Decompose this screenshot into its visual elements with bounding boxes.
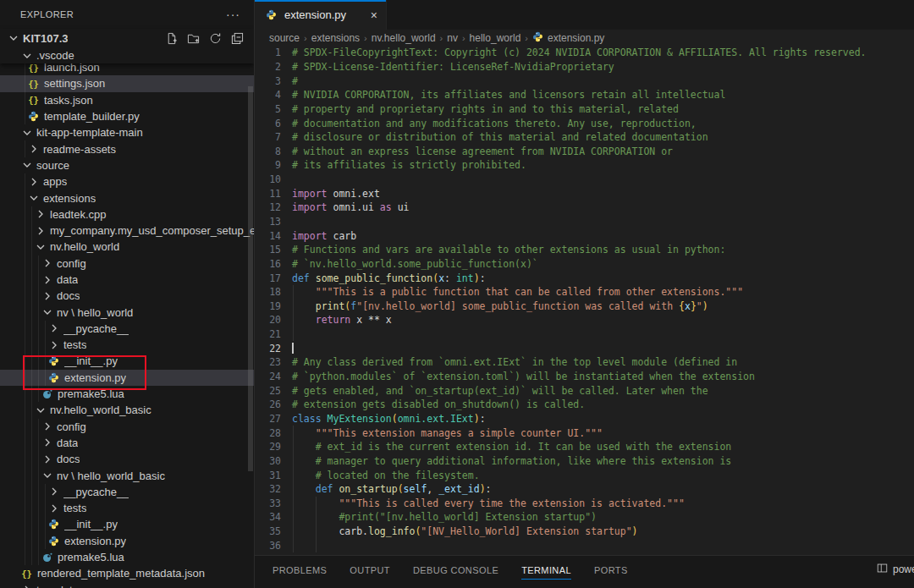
tree-item-nv-hello-world[interactable]: nv \ hello_world [0, 304, 254, 320]
breadcrumb-item[interactable]: extensions [309, 32, 362, 44]
tree-item-docs[interactable]: docs [0, 288, 254, 304]
code-line[interactable]: 18 """This is a public function that can… [255, 285, 914, 299]
code-line[interactable]: 10 [255, 173, 914, 187]
code-line[interactable]: 14import carb [255, 228, 914, 243]
tree-item-premake5-lua[interactable]: premake5.lua [0, 386, 254, 402]
tree-item-label: rendered_template_metadata.json [37, 567, 205, 580]
panel-tab-ports[interactable]: PORTS [594, 560, 628, 580]
tree-item--vscode[interactable]: .vscode [0, 47, 254, 63]
breadcrumb-item[interactable]: nv.hello_world [369, 32, 438, 44]
collapse-all-icon[interactable] [230, 31, 244, 45]
code-line[interactable]: 35 carb.log_info("[NV_Hello_World] Exten… [255, 525, 914, 539]
breadcrumb-item-file[interactable]: extension.py [530, 31, 607, 45]
code-line-content: # `nv.hello_world.some_public_function(x… [292, 257, 914, 272]
tree-item-data[interactable]: data [0, 435, 254, 451]
tree-item-template-builder-py[interactable]: template_builder.py [0, 108, 254, 124]
tree-item-extension-py[interactable]: extension.py [0, 533, 254, 549]
code-line[interactable]: 26# extension gets disabled on_shutdown(… [255, 398, 914, 412]
code-line[interactable]: 34 #print("[nv.hello_world] Extension st… [255, 510, 914, 525]
tree-item-nv-hello-world-basic[interactable]: nv \ hello_world_basic [0, 467, 254, 483]
code-line[interactable]: 32 def on_startup(self, _ext_id): [255, 482, 914, 497]
tree-item-extensions[interactable]: extensions [0, 190, 254, 206]
panel-tab-debug-console[interactable]: DEBUG CONSOLE [413, 560, 498, 580]
tree-item-config[interactable]: config [0, 256, 254, 272]
tab-extension-py[interactable]: extension.py × [255, 0, 387, 30]
tree-item-apps[interactable]: apps [0, 173, 254, 190]
line-number: 34 [255, 511, 281, 523]
tree-item-data[interactable]: data [0, 272, 254, 288]
breadcrumb-item[interactable]: hello_world [467, 32, 524, 44]
indent-guide [25, 370, 25, 386]
tree-item-tests[interactable]: tests [0, 337, 254, 353]
code-line[interactable]: 36 [255, 538, 914, 552]
code-line[interactable]: 29 # ext_id is the current extension id.… [255, 440, 914, 454]
breadcrumb-item[interactable]: nv [444, 32, 460, 44]
tree-item-readme-assets[interactable]: readme-assets [0, 140, 254, 157]
terminal-session-item[interactable]: powershell [877, 556, 914, 583]
tree-item-premake5-lua[interactable]: premake5.lua [0, 549, 254, 565]
tree-item-templates[interactable]: templates [0, 582, 254, 588]
tree-item-rendered-template-metadata-json[interactable]: {}rendered_template_metadata.json [0, 565, 254, 581]
code-line[interactable]: 15# Functions and vars are available to … [255, 243, 914, 257]
tree-item-config[interactable]: config [0, 419, 254, 435]
tree-item-tests[interactable]: tests [0, 500, 254, 516]
code-line[interactable]: 5# property and proprietary rights in an… [255, 102, 914, 117]
tree-item-label: __pycache__ [63, 486, 129, 498]
panel-tab-terminal[interactable]: TERMINAL [521, 560, 571, 580]
tree-item-kit-app-template-main[interactable]: kit-app-template-main [0, 124, 254, 140]
tree-item-docs[interactable]: docs [0, 451, 254, 467]
tree-item-extension-py[interactable]: extension.py [0, 370, 254, 386]
tree-item-leadtek-cpp[interactable]: leadtek.cpp [0, 206, 254, 223]
code-line[interactable]: 7# disclosure or distribution of this ma… [255, 130, 914, 145]
tree-item-tasks-json[interactable]: {}tasks.json [0, 92, 254, 108]
code-line[interactable]: 12import omni.ui as ui [255, 201, 914, 215]
code-line[interactable]: 30 # manager to query additional informa… [255, 454, 914, 469]
code-line[interactable]: 31 # located on the filesystem. [255, 468, 914, 482]
code-line[interactable]: 28 """This extension manages a simple co… [255, 426, 914, 440]
code-line[interactable]: 25# gets enabled, and `on_startup(ext_id… [255, 383, 914, 398]
close-icon[interactable]: × [371, 9, 377, 21]
code-line[interactable]: 3# [255, 74, 914, 88]
tree-item-kit107-3[interactable]: KIT107.3 [0, 29, 254, 47]
code-line[interactable]: 27class MyExtension(omni.ext.IExt): [255, 412, 914, 426]
line-number: 2 [255, 61, 281, 73]
tree-item-source[interactable]: source [0, 157, 254, 173]
tree-item-my-company-my-usd-composer-setup-extension[interactable]: my_company.my_usd_composer_setup_extensi… [0, 223, 254, 239]
code-line[interactable]: 22 [255, 341, 914, 355]
code-line[interactable]: 21 [255, 327, 914, 342]
sidebar-scrollbar[interactable] [248, 86, 253, 471]
code-line[interactable]: 20 return x ** x [255, 313, 914, 327]
new-folder-icon[interactable] [186, 31, 200, 45]
panel-tab-output[interactable]: OUTPUT [350, 560, 390, 580]
code-line[interactable]: 8# without an express license agreement … [255, 144, 914, 158]
panel-tab-problems[interactable]: PROBLEMS [273, 560, 327, 580]
code-line[interactable]: 11import omni.ext [255, 186, 914, 201]
code-line[interactable]: 19 print(f"[nv.hello_world] some_public_… [255, 299, 914, 314]
tree-item-nv-hello-world[interactable]: nv.hello_world [0, 239, 254, 255]
code-line[interactable]: 17def some_public_function(x: int): [255, 271, 914, 285]
code-line[interactable]: 6# documentation and any modifications t… [255, 116, 914, 130]
code-line[interactable]: 1# SPDX-FileCopyrightText: Copyright (c)… [255, 46, 914, 60]
tree-item--pycache-[interactable]: __pycache__ [0, 484, 254, 500]
code-line[interactable]: 33 """This is called every time the exte… [255, 497, 914, 511]
new-file-icon[interactable] [164, 31, 178, 45]
indent-guide [31, 451, 32, 467]
code-line[interactable]: 9# its affiliates is strictly prohibited… [255, 158, 914, 173]
tree-item--init-py[interactable]: __init__.py [0, 353, 254, 369]
code-line[interactable]: 4# NVIDIA CORPORATION, its affiliates an… [255, 88, 914, 102]
breadcrumb-item[interactable]: source [267, 32, 302, 44]
tree-item-settings-json[interactable]: {}settings.json [0, 75, 254, 91]
tree-item-nv-hello-world-basic[interactable]: nv.hello_world_basic [0, 402, 254, 418]
refresh-icon[interactable] [208, 31, 222, 45]
code-line[interactable]: 16# `nv.hello_world.some_public_function… [255, 257, 914, 272]
tree-item--init-py[interactable]: __init__.py [0, 516, 254, 532]
more-actions-icon[interactable]: ··· [226, 8, 240, 21]
code-editor[interactable]: 1# SPDX-FileCopyrightText: Copyright (c)… [255, 46, 914, 555]
line-number: 21 [255, 328, 281, 340]
code-line[interactable]: 2# SPDX-License-Identifier: LicenseRef-N… [255, 60, 914, 74]
code-line[interactable]: 24# `python.modules` of `extension.toml`… [255, 370, 914, 384]
tree-item--pycache-[interactable]: __pycache__ [0, 321, 254, 337]
code-line[interactable]: 13 [255, 215, 914, 229]
code-line[interactable]: 23# Any class derived from `omni.ext.IEx… [255, 355, 914, 370]
tree-item-label: source [36, 159, 69, 172]
